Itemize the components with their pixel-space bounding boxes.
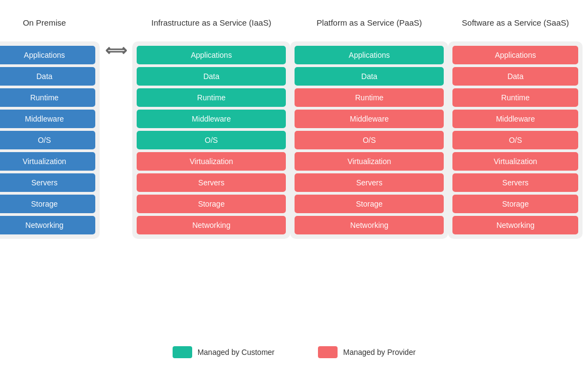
row-iaas-middleware: Middleware [137,110,286,128]
row-paas-middleware: Middleware [295,110,444,128]
row-iaas-os: O/S [137,131,286,149]
legend-provider: Managed by Provider [318,346,415,358]
row-iaas-virtualization: Virtualization [137,152,286,171]
row-paas-applications: Applications [295,46,444,64]
legend: Managed by Customer Managed by Provider [0,346,588,358]
row-networking: Networking [0,216,95,234]
column-on-premise: On Premise Applications Data Runtime Mid… [0,11,100,239]
row-saas-os: O/S [452,131,578,149]
column-card-paas: Applications Data Runtime Middleware O/S… [290,41,448,239]
row-saas-runtime: Runtime [452,88,578,107]
row-paas-virtualization: Virtualization [295,152,444,171]
column-title-iaas: Infrastructure as a Service (IaaS) [149,11,274,35]
row-paas-servers: Servers [295,173,444,192]
row-storage: Storage [0,195,95,213]
column-card-iaas: Applications Data Runtime Middleware O/S… [132,41,290,239]
legend-customer: Managed by Customer [173,346,275,358]
row-runtime: Runtime [0,88,95,107]
legend-provider-label: Managed by Provider [343,348,415,357]
row-saas-storage: Storage [452,195,578,213]
row-paas-runtime: Runtime [295,88,444,107]
legend-provider-box [318,346,338,358]
column-iaas: Infrastructure as a Service (IaaS) Appli… [132,11,290,239]
main-container: On Premise Applications Data Runtime Mid… [0,0,588,338]
double-arrow-icon: ⟺ [105,41,127,59]
row-applications: Applications [0,46,95,64]
row-iaas-runtime: Runtime [137,88,286,107]
row-iaas-storage: Storage [137,195,286,213]
row-virtualization: Virtualization [0,152,95,171]
row-iaas-networking: Networking [137,216,286,234]
row-data: Data [0,67,95,86]
row-paas-networking: Networking [295,216,444,234]
column-saas: Software as a Service (SaaS) Application… [448,11,583,239]
row-paas-storage: Storage [295,195,444,213]
column-title-on-premise: On Premise [20,11,69,35]
column-paas: Platform as a Service (PaaS) Application… [290,11,448,239]
row-iaas-servers: Servers [137,173,286,192]
row-iaas-applications: Applications [137,46,286,64]
row-saas-middleware: Middleware [452,110,578,128]
legend-customer-box [173,346,192,358]
row-paas-data: Data [295,67,444,86]
row-saas-applications: Applications [452,46,578,64]
column-card-saas: Applications Data Runtime Middleware O/S… [448,41,583,239]
row-iaas-data: Data [137,67,286,86]
column-card-on-premise: Applications Data Runtime Middleware O/S… [0,41,100,239]
row-os: O/S [0,131,95,149]
legend-customer-label: Managed by Customer [198,348,275,357]
row-saas-servers: Servers [452,173,578,192]
row-middleware: Middleware [0,110,95,128]
column-title-paas: Platform as a Service (PaaS) [314,11,425,35]
row-servers: Servers [0,173,95,192]
row-saas-data: Data [452,67,578,86]
arrow-connector: ⟺ [100,11,132,59]
row-paas-os: O/S [295,131,444,149]
row-saas-networking: Networking [452,216,578,234]
column-title-saas: Software as a Service (SaaS) [459,11,572,35]
row-saas-virtualization: Virtualization [452,152,578,171]
